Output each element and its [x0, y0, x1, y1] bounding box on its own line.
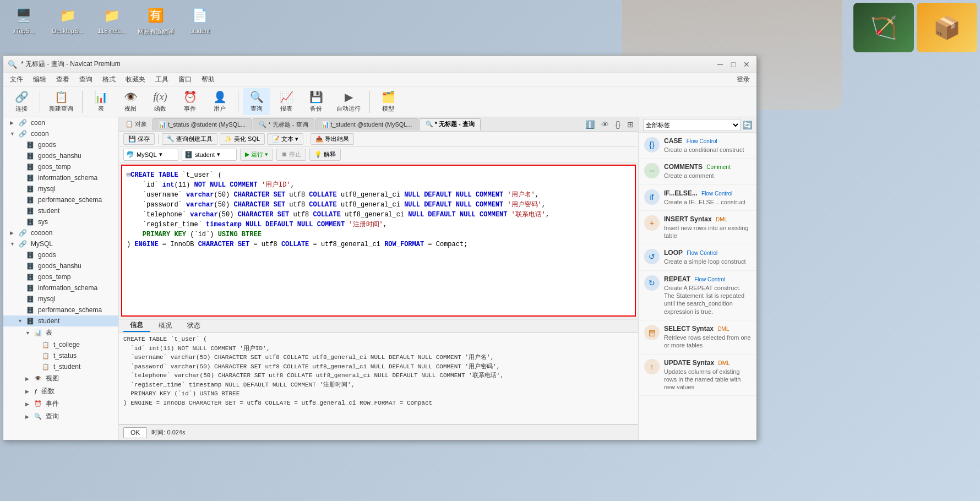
- db-name-select[interactable]: 🗄️ student ▾: [182, 149, 237, 161]
- sidebar-item-goos_temp2[interactable]: 🗄️goos_temp: [3, 271, 118, 282]
- beautify-button[interactable]: ✨ 美化 SQL: [220, 133, 265, 145]
- menu-tools[interactable]: 工具: [151, 74, 173, 85]
- desktop-icon-icon3[interactable]: 📁 118 nets...: [92, 4, 131, 36]
- toolbar-query[interactable]: 🔍 查询: [243, 88, 270, 115]
- explain-button[interactable]: 💡 解释: [309, 149, 341, 161]
- toolbar-function[interactable]: f(x) 函数: [146, 88, 174, 115]
- create-tool-button[interactable]: 🔧 查询创建工具: [162, 133, 217, 145]
- snippet-item-select[interactable]: ▤ SELECT Syntax DML Retrieve rows select…: [639, 320, 756, 355]
- toolbar-function-label: 函数: [154, 105, 166, 113]
- snippet-item-loop[interactable]: ↺ LOOP Flow Control Create a simple loop…: [639, 244, 756, 270]
- create-tool-label: 查询创建工具: [176, 135, 213, 143]
- bottom-panel: 信息 概况 状态 CREATE TABLE `t_user` ( `id` in…: [119, 319, 638, 440]
- text-button[interactable]: 📝 文本 ▾: [267, 133, 303, 145]
- snippet-item-if-else[interactable]: if IF...ELSE... Flow Control Create a IF…: [639, 185, 756, 211]
- desktop-icon-icon4[interactable]: 🈶 网易有道翻译: [137, 4, 175, 36]
- sidebar-item-coooon[interactable]: ▶🔗coooon: [3, 227, 118, 238]
- sidebar-item-t_college[interactable]: 📋t_college: [3, 339, 118, 350]
- toolbar-connect[interactable]: 🔗 连接: [8, 88, 35, 115]
- sidebar-item-performance_schema[interactable]: 🗄️performance_schema: [3, 194, 118, 205]
- close-button[interactable]: ✕: [741, 59, 752, 70]
- toolbar-backup[interactable]: 💾 备份: [302, 88, 330, 115]
- sidebar-item-cooon[interactable]: ▼🔗cooon: [3, 128, 118, 139]
- snippet-refresh-button[interactable]: 🔄: [743, 121, 752, 129]
- toolbar-user[interactable]: 👤 用户: [206, 88, 233, 115]
- maximize-button[interactable]: □: [728, 59, 739, 70]
- snippet-item-comments[interactable]: -- COMMENTS Comment Create a comment: [639, 159, 756, 184]
- toolbar-table[interactable]: 📊 表: [87, 88, 115, 115]
- menu-file[interactable]: 文件: [6, 74, 28, 85]
- toolbar-view[interactable]: 👁️ 视图: [117, 88, 144, 115]
- menu-query[interactable]: 查询: [75, 74, 97, 85]
- toolbar-autorun[interactable]: ▶ 自动运行: [332, 88, 365, 115]
- sidebar-item-goods_hanshu[interactable]: 🗄️goods_hanshu: [3, 150, 118, 161]
- sidebar-item-student2[interactable]: ▼🗄️student: [3, 315, 118, 326]
- braces-button[interactable]: {}: [613, 119, 623, 130]
- tab-untitled1[interactable]: 🔍 * 无标题 - 查询: [253, 118, 314, 130]
- login-link[interactable]: 登录: [732, 74, 754, 85]
- toolbar-report[interactable]: 📈 报表: [273, 88, 300, 115]
- snippet-item-insert[interactable]: + INSERT Syntax DML Insert new rows into…: [639, 211, 756, 245]
- sidebar-item-goods_hanshu2[interactable]: 🗄️goods_hanshu: [3, 260, 118, 271]
- snippet-title-case: CASE Flow Control: [664, 137, 751, 145]
- menu-help[interactable]: 帮助: [197, 74, 219, 85]
- menu-favorites[interactable]: 收藏夹: [121, 74, 150, 85]
- snippet-name-insert: INSERT Syntax: [664, 215, 712, 223]
- object-tab[interactable]: 📋 对象: [121, 119, 151, 129]
- tab-t-status[interactable]: 📊 t_status @student (MySQL...: [153, 118, 252, 130]
- sidebar-item-queries-group[interactable]: ▶🔍查询: [3, 410, 118, 423]
- sidebar-item-t_student[interactable]: 📋t_student: [3, 361, 118, 372]
- sidebar-item-goos_temp[interactable]: 🗄️goos_temp: [3, 161, 118, 172]
- menu-format[interactable]: 格式: [98, 74, 120, 85]
- snippet-item-repeat[interactable]: ↻ REPEAT Flow Control Create A REPEAT co…: [639, 271, 756, 320]
- code-editor[interactable]: ⊟CREATE TABLE `t_user` ( `id` int(11) NO…: [121, 165, 636, 317]
- eye-button[interactable]: 👁: [599, 119, 611, 130]
- kw-comment4: COMMENT: [480, 211, 507, 219]
- engine-select[interactable]: 🐬 MySQL ▾: [123, 149, 178, 161]
- sidebar-item-t_status[interactable]: 📋t_status: [3, 350, 118, 361]
- sidebar-item-mysql[interactable]: 🗄️mysql: [3, 183, 118, 194]
- sidebar-item-goods2[interactable]: 🗄️goods: [3, 249, 118, 260]
- toolbar-event[interactable]: ⏰ 事件: [176, 88, 204, 115]
- tab-untitled2[interactable]: 🔍 * 无标题 - 查询: [420, 118, 481, 130]
- menu-view[interactable]: 查看: [52, 74, 74, 85]
- sidebar-item-MySQL[interactable]: ▼🔗MySQL: [3, 238, 118, 249]
- menu-window[interactable]: 窗口: [174, 74, 196, 85]
- sidebar-item-sys[interactable]: 🗄️sys: [3, 216, 118, 227]
- sidebar-item-information_schema[interactable]: 🗄️information_schema: [3, 172, 118, 183]
- sidebar-item-information_schema2[interactable]: 🗄️information_schema: [3, 282, 118, 293]
- db-folder-student2: 🗄️: [26, 318, 34, 325]
- sidebar-item-mysql2[interactable]: 🗄️mysql: [3, 293, 118, 304]
- snippet-item-update[interactable]: ↑ UPDATE Syntax DML Updates columns of e…: [639, 355, 756, 396]
- info-button[interactable]: ℹ️: [583, 119, 597, 130]
- desktop-icon-icon1[interactable]: 🖥️ xTopS...: [4, 4, 43, 36]
- menu-edit[interactable]: 编辑: [29, 74, 51, 85]
- snippet-filter-select[interactable]: 全部标签: [643, 119, 741, 131]
- rowformat-val: = Compact;: [424, 241, 467, 248]
- sidebar-item-goods[interactable]: 🗄️goods: [3, 139, 118, 150]
- snippet-title-if-else: IF...ELSE... Flow Control: [664, 189, 751, 197]
- grid-button[interactable]: ⊞: [625, 119, 636, 130]
- kw-notnull: NOT NULL: [194, 181, 226, 189]
- sidebar-item-functions-group[interactable]: ▶ƒ函数: [3, 385, 118, 397]
- toolbar-model[interactable]: 🗂️ 模型: [374, 88, 402, 115]
- sidebar-item-student[interactable]: 🗄️student: [3, 205, 118, 216]
- sidebar-item-views-group[interactable]: ▶👁️视图: [3, 372, 118, 385]
- save-button[interactable]: 💾 保存: [123, 133, 155, 145]
- minimize-button[interactable]: ─: [715, 59, 726, 70]
- tab-t-student[interactable]: 📊 t_student @student (MySQL...: [315, 118, 418, 130]
- bottom-tab-status[interactable]: 状态: [181, 320, 207, 331]
- toolbar-new-query[interactable]: 📋 新建查询: [45, 88, 78, 115]
- desktop-icon-icon2[interactable]: 📁 DesktopS...: [48, 4, 87, 36]
- snippet-item-case[interactable]: {} CASE Flow Control Create a conditiona…: [639, 133, 756, 159]
- export-button[interactable]: 📤 导出结果: [311, 133, 354, 145]
- bottom-tab-info[interactable]: 信息: [123, 319, 150, 332]
- bottom-tab-overview[interactable]: 概况: [152, 320, 178, 331]
- sidebar-item-tables-group[interactable]: ▼📊表: [3, 326, 118, 339]
- stop-button[interactable]: ⏹ 停止: [276, 149, 306, 161]
- desktop-icon-icon5[interactable]: 📄 student: [181, 4, 219, 36]
- run-button[interactable]: ▶ 运行 ▾: [240, 149, 273, 161]
- sidebar-item-coon[interactable]: ▶🔗coon: [3, 117, 118, 128]
- sidebar-item-events-group[interactable]: ▶⏰事件: [3, 397, 118, 410]
- sidebar-item-performance_schema2[interactable]: 🗄️performance_schema: [3, 304, 118, 315]
